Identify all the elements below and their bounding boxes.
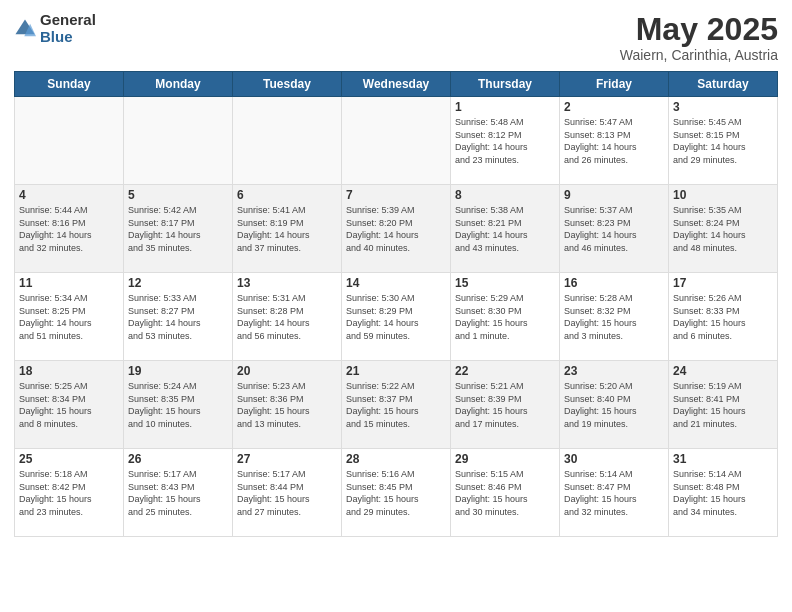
calendar-cell: 4Sunrise: 5:44 AM Sunset: 8:16 PM Daylig… <box>15 185 124 273</box>
title-location: Waiern, Carinthia, Austria <box>620 47 778 63</box>
calendar-week-row: 18Sunrise: 5:25 AM Sunset: 8:34 PM Dayli… <box>15 361 778 449</box>
calendar-cell: 7Sunrise: 5:39 AM Sunset: 8:20 PM Daylig… <box>342 185 451 273</box>
day-number: 8 <box>455 188 555 202</box>
day-info: Sunrise: 5:33 AM Sunset: 8:27 PM Dayligh… <box>128 292 228 342</box>
calendar-cell: 2Sunrise: 5:47 AM Sunset: 8:13 PM Daylig… <box>560 97 669 185</box>
calendar-cell: 20Sunrise: 5:23 AM Sunset: 8:36 PM Dayli… <box>233 361 342 449</box>
calendar-cell: 6Sunrise: 5:41 AM Sunset: 8:19 PM Daylig… <box>233 185 342 273</box>
calendar-cell: 14Sunrise: 5:30 AM Sunset: 8:29 PM Dayli… <box>342 273 451 361</box>
calendar-cell: 31Sunrise: 5:14 AM Sunset: 8:48 PM Dayli… <box>669 449 778 537</box>
day-info: Sunrise: 5:25 AM Sunset: 8:34 PM Dayligh… <box>19 380 119 430</box>
logo-icon <box>14 18 36 40</box>
calendar-cell: 29Sunrise: 5:15 AM Sunset: 8:46 PM Dayli… <box>451 449 560 537</box>
logo-blue: Blue <box>40 29 96 46</box>
day-info: Sunrise: 5:19 AM Sunset: 8:41 PM Dayligh… <box>673 380 773 430</box>
calendar-cell: 24Sunrise: 5:19 AM Sunset: 8:41 PM Dayli… <box>669 361 778 449</box>
calendar-table: SundayMondayTuesdayWednesdayThursdayFrid… <box>14 71 778 537</box>
day-number: 26 <box>128 452 228 466</box>
title-block: May 2025 Waiern, Carinthia, Austria <box>620 12 778 63</box>
calendar-cell: 13Sunrise: 5:31 AM Sunset: 8:28 PM Dayli… <box>233 273 342 361</box>
day-number: 6 <box>237 188 337 202</box>
day-info: Sunrise: 5:37 AM Sunset: 8:23 PM Dayligh… <box>564 204 664 254</box>
day-info: Sunrise: 5:48 AM Sunset: 8:12 PM Dayligh… <box>455 116 555 166</box>
day-number: 15 <box>455 276 555 290</box>
calendar-cell: 17Sunrise: 5:26 AM Sunset: 8:33 PM Dayli… <box>669 273 778 361</box>
day-info: Sunrise: 5:47 AM Sunset: 8:13 PM Dayligh… <box>564 116 664 166</box>
day-number: 9 <box>564 188 664 202</box>
calendar-header-tuesday: Tuesday <box>233 72 342 97</box>
calendar-cell <box>233 97 342 185</box>
day-number: 19 <box>128 364 228 378</box>
day-info: Sunrise: 5:16 AM Sunset: 8:45 PM Dayligh… <box>346 468 446 518</box>
calendar-cell: 3Sunrise: 5:45 AM Sunset: 8:15 PM Daylig… <box>669 97 778 185</box>
calendar-week-row: 11Sunrise: 5:34 AM Sunset: 8:25 PM Dayli… <box>15 273 778 361</box>
day-number: 27 <box>237 452 337 466</box>
calendar-cell <box>342 97 451 185</box>
calendar-header-friday: Friday <box>560 72 669 97</box>
day-number: 30 <box>564 452 664 466</box>
calendar-header-row: SundayMondayTuesdayWednesdayThursdayFrid… <box>15 72 778 97</box>
calendar-header-thursday: Thursday <box>451 72 560 97</box>
day-info: Sunrise: 5:42 AM Sunset: 8:17 PM Dayligh… <box>128 204 228 254</box>
day-info: Sunrise: 5:24 AM Sunset: 8:35 PM Dayligh… <box>128 380 228 430</box>
day-number: 29 <box>455 452 555 466</box>
day-info: Sunrise: 5:28 AM Sunset: 8:32 PM Dayligh… <box>564 292 664 342</box>
logo: General Blue <box>14 12 96 45</box>
day-number: 24 <box>673 364 773 378</box>
calendar-cell <box>15 97 124 185</box>
day-number: 23 <box>564 364 664 378</box>
day-info: Sunrise: 5:29 AM Sunset: 8:30 PM Dayligh… <box>455 292 555 342</box>
day-info: Sunrise: 5:18 AM Sunset: 8:42 PM Dayligh… <box>19 468 119 518</box>
calendar-header-saturday: Saturday <box>669 72 778 97</box>
calendar-week-row: 1Sunrise: 5:48 AM Sunset: 8:12 PM Daylig… <box>15 97 778 185</box>
calendar-week-row: 25Sunrise: 5:18 AM Sunset: 8:42 PM Dayli… <box>15 449 778 537</box>
day-info: Sunrise: 5:17 AM Sunset: 8:43 PM Dayligh… <box>128 468 228 518</box>
day-info: Sunrise: 5:38 AM Sunset: 8:21 PM Dayligh… <box>455 204 555 254</box>
day-number: 5 <box>128 188 228 202</box>
day-info: Sunrise: 5:15 AM Sunset: 8:46 PM Dayligh… <box>455 468 555 518</box>
day-number: 1 <box>455 100 555 114</box>
day-info: Sunrise: 5:39 AM Sunset: 8:20 PM Dayligh… <box>346 204 446 254</box>
day-info: Sunrise: 5:22 AM Sunset: 8:37 PM Dayligh… <box>346 380 446 430</box>
day-info: Sunrise: 5:26 AM Sunset: 8:33 PM Dayligh… <box>673 292 773 342</box>
day-number: 21 <box>346 364 446 378</box>
calendar-cell: 8Sunrise: 5:38 AM Sunset: 8:21 PM Daylig… <box>451 185 560 273</box>
day-number: 31 <box>673 452 773 466</box>
day-number: 17 <box>673 276 773 290</box>
day-info: Sunrise: 5:14 AM Sunset: 8:48 PM Dayligh… <box>673 468 773 518</box>
calendar-cell: 27Sunrise: 5:17 AM Sunset: 8:44 PM Dayli… <box>233 449 342 537</box>
day-info: Sunrise: 5:31 AM Sunset: 8:28 PM Dayligh… <box>237 292 337 342</box>
calendar-cell: 23Sunrise: 5:20 AM Sunset: 8:40 PM Dayli… <box>560 361 669 449</box>
day-info: Sunrise: 5:45 AM Sunset: 8:15 PM Dayligh… <box>673 116 773 166</box>
day-number: 25 <box>19 452 119 466</box>
day-number: 2 <box>564 100 664 114</box>
calendar-cell: 26Sunrise: 5:17 AM Sunset: 8:43 PM Dayli… <box>124 449 233 537</box>
day-info: Sunrise: 5:44 AM Sunset: 8:16 PM Dayligh… <box>19 204 119 254</box>
calendar-cell: 22Sunrise: 5:21 AM Sunset: 8:39 PM Dayli… <box>451 361 560 449</box>
day-number: 3 <box>673 100 773 114</box>
day-number: 11 <box>19 276 119 290</box>
calendar-header-sunday: Sunday <box>15 72 124 97</box>
calendar-header-wednesday: Wednesday <box>342 72 451 97</box>
day-info: Sunrise: 5:23 AM Sunset: 8:36 PM Dayligh… <box>237 380 337 430</box>
calendar-cell: 18Sunrise: 5:25 AM Sunset: 8:34 PM Dayli… <box>15 361 124 449</box>
calendar-cell: 10Sunrise: 5:35 AM Sunset: 8:24 PM Dayli… <box>669 185 778 273</box>
title-month: May 2025 <box>620 12 778 47</box>
calendar-cell: 5Sunrise: 5:42 AM Sunset: 8:17 PM Daylig… <box>124 185 233 273</box>
calendar-cell: 9Sunrise: 5:37 AM Sunset: 8:23 PM Daylig… <box>560 185 669 273</box>
day-number: 12 <box>128 276 228 290</box>
page: General Blue May 2025 Waiern, Carinthia,… <box>0 0 792 612</box>
day-info: Sunrise: 5:35 AM Sunset: 8:24 PM Dayligh… <box>673 204 773 254</box>
logo-text: General Blue <box>40 12 96 45</box>
day-info: Sunrise: 5:20 AM Sunset: 8:40 PM Dayligh… <box>564 380 664 430</box>
day-number: 28 <box>346 452 446 466</box>
day-info: Sunrise: 5:21 AM Sunset: 8:39 PM Dayligh… <box>455 380 555 430</box>
day-number: 16 <box>564 276 664 290</box>
calendar-cell: 11Sunrise: 5:34 AM Sunset: 8:25 PM Dayli… <box>15 273 124 361</box>
calendar-week-row: 4Sunrise: 5:44 AM Sunset: 8:16 PM Daylig… <box>15 185 778 273</box>
calendar-cell <box>124 97 233 185</box>
day-number: 4 <box>19 188 119 202</box>
logo-general: General <box>40 12 96 29</box>
day-info: Sunrise: 5:17 AM Sunset: 8:44 PM Dayligh… <box>237 468 337 518</box>
day-info: Sunrise: 5:41 AM Sunset: 8:19 PM Dayligh… <box>237 204 337 254</box>
